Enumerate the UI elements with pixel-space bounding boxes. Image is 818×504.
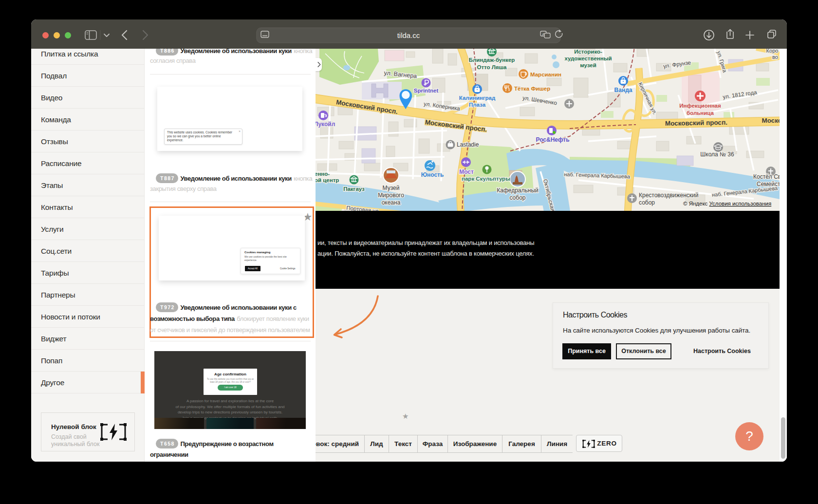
- svg-text:Юность: Юность: [421, 171, 444, 178]
- svg-text:tilda.cc: tilda.cc: [397, 31, 420, 39]
- svg-text:музей: музей: [580, 62, 596, 68]
- svg-text:Пакгауз: Пакгауз: [343, 186, 365, 192]
- svg-text:собор: собор: [639, 199, 655, 206]
- svg-text:Мост: Мост: [459, 168, 474, 175]
- svg-text:енно-: енно-: [316, 171, 330, 177]
- svg-text:Плаза: Плаза: [469, 102, 486, 108]
- svg-text:собор: собор: [509, 194, 525, 201]
- svg-text:Марсианин: Марсианин: [530, 72, 561, 77]
- svg-text:Московс: Московс: [762, 117, 780, 124]
- svg-text:парк Скульптуры: парк Скульптуры: [462, 176, 510, 182]
- svg-text:Кафедральный: Кафедральный: [497, 187, 539, 194]
- svg-text:Lastadie: Lastadie: [457, 141, 479, 148]
- svg-text:Рос&Нефть: Рос&Нефть: [536, 136, 569, 143]
- svg-text:Коро: Коро: [766, 49, 779, 54]
- svg-text:художественный: художественный: [564, 56, 612, 61]
- svg-text:© Яндекс Условия использования: © Яндекс Условия использования: [683, 201, 771, 206]
- svg-text:Крестовоздвиженский: Крестовоздвиженский: [639, 192, 698, 199]
- svg-text:A: A: [542, 32, 545, 37]
- svg-text:Историко-: Историко-: [574, 49, 602, 55]
- svg-text:океана: океана: [382, 199, 401, 206]
- svg-text:Ванда: Ванда: [614, 87, 632, 93]
- svg-text:больница: больница: [687, 110, 714, 116]
- svg-text:Костёл Св: Костёл Св: [753, 173, 780, 180]
- svg-text:Мирового: Мирового: [378, 192, 404, 199]
- svg-text:Инфекционная: Инфекционная: [679, 103, 721, 109]
- svg-text:Семейст: Семейст: [757, 181, 780, 187]
- svg-text:во: во: [772, 54, 778, 60]
- svg-text:Тётка Фишер: Тётка Фишер: [514, 86, 550, 92]
- svg-text:Калининград: Калининград: [459, 95, 496, 101]
- svg-text:Музей: Музей: [383, 185, 400, 191]
- svg-text:ой центр: ой центр: [316, 177, 339, 183]
- svg-text:Блиндаж-бункер: Блиндаж-бункер: [469, 57, 515, 63]
- svg-text:Московский просп.: Московский просп.: [665, 119, 727, 127]
- svg-text:Sprintnet: Sprintnet: [414, 88, 439, 93]
- svg-text:Школа № 36: Школа № 36: [700, 151, 734, 158]
- svg-text:Лукойл: Лукойл: [316, 121, 335, 128]
- svg-text:Отто Ляша: Отто Ляша: [477, 64, 507, 70]
